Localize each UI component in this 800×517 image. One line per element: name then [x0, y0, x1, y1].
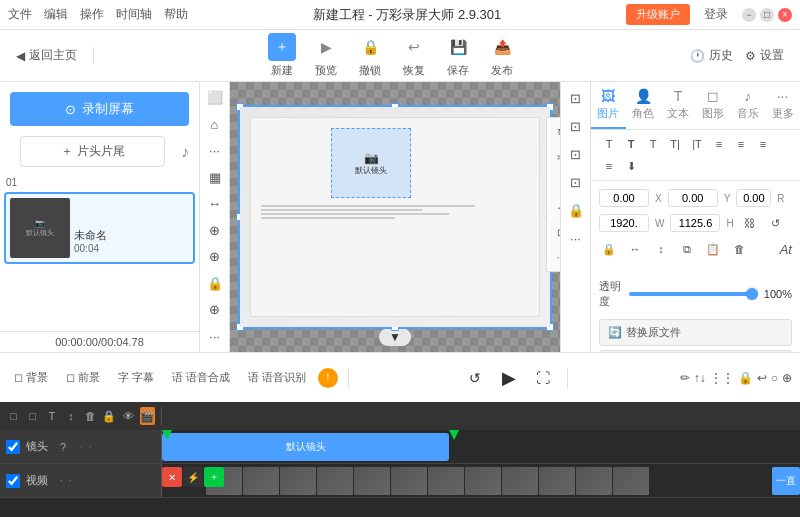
- more-text-btn[interactable]: ⬇: [621, 156, 641, 176]
- right-tool-1[interactable]: ⊡: [564, 86, 588, 110]
- h-input[interactable]: [670, 214, 720, 232]
- list-num-btn[interactable]: ≡: [731, 134, 751, 154]
- tool-arrows[interactable]: ↔: [203, 192, 227, 216]
- track-lens-check[interactable]: [6, 440, 20, 454]
- justify-btn[interactable]: ≡: [753, 134, 773, 154]
- outdent-btn[interactable]: |T: [687, 134, 707, 154]
- minimize-button[interactable]: －: [742, 8, 756, 22]
- list-btn[interactable]: ≡: [709, 134, 729, 154]
- tag-tts[interactable]: 语 语音合成: [166, 368, 236, 387]
- tool-more2[interactable]: ···: [203, 325, 227, 349]
- tag-background[interactable]: ◻ 背景: [8, 368, 54, 387]
- login-button[interactable]: 登录: [698, 4, 734, 25]
- track-video-check[interactable]: [6, 474, 20, 488]
- restore-action[interactable]: ↩ 恢复: [400, 33, 428, 78]
- history-button[interactable]: 🕐 历史: [690, 47, 733, 64]
- clip-item[interactable]: 📷 默认镜头 未命名 00:04: [4, 192, 195, 264]
- publish-action[interactable]: 📤 发布: [488, 33, 516, 78]
- float-tool-2[interactable]: ✂: [550, 146, 560, 168]
- float-tool-4[interactable]: ↔: [550, 196, 560, 218]
- right-tool-3[interactable]: ⊡: [564, 142, 588, 166]
- close-button[interactable]: ×: [778, 8, 792, 22]
- align-left-btn[interactable]: T: [599, 134, 619, 154]
- tool-lock2[interactable]: 🔒: [203, 272, 227, 296]
- play-button[interactable]: ▶: [495, 364, 523, 392]
- copy-btn[interactable]: 📋: [703, 239, 723, 259]
- tool-select[interactable]: ⬜: [203, 86, 227, 110]
- tl-tool-text[interactable]: T: [44, 407, 59, 425]
- track-lens-clip[interactable]: 默认镜头: [162, 433, 449, 461]
- delete-btn[interactable]: 🗑: [729, 239, 749, 259]
- menu-timeline[interactable]: 时间轴: [116, 6, 152, 23]
- track-lens-help[interactable]: ?: [54, 438, 72, 456]
- lock-btn[interactable]: 🔒: [599, 239, 619, 259]
- canvas-content[interactable]: 📷 默认镜头: [240, 107, 550, 327]
- align-center-btn[interactable]: T: [621, 134, 641, 154]
- float-tool-5[interactable]: ⊡: [550, 221, 560, 243]
- flip-h-btn[interactable]: ↔: [625, 239, 645, 259]
- tag-stt[interactable]: 语 语音识别: [242, 368, 312, 387]
- bottom-tool-3[interactable]: ⋮⋮: [710, 371, 734, 385]
- tool-add[interactable]: ⊕: [203, 298, 227, 322]
- tab-music[interactable]: ♪ 音乐: [730, 82, 765, 129]
- record-button[interactable]: ⊙ 录制屏幕: [10, 92, 189, 126]
- new-action[interactable]: ＋ 新建: [268, 33, 296, 78]
- tl-tool-cam[interactable]: 🎬: [140, 407, 155, 425]
- bottom-tool-6[interactable]: ○: [771, 371, 778, 385]
- float-tool-1[interactable]: ↻: [550, 121, 560, 143]
- link-wh-btn[interactable]: ⛓: [740, 213, 760, 233]
- right-tool-4[interactable]: ⊡: [564, 170, 588, 194]
- maximize-button[interactable]: □: [760, 8, 774, 22]
- preview-action[interactable]: ▶ 预览: [312, 33, 340, 78]
- warning-badge[interactable]: !: [318, 368, 338, 388]
- menu-file[interactable]: 文件: [8, 6, 32, 23]
- right-tool-2[interactable]: ⊡: [564, 114, 588, 138]
- replace-file-button[interactable]: 🔄 替换原文件: [599, 319, 792, 346]
- rewind-button[interactable]: ↺: [461, 364, 489, 392]
- flip-v-btn[interactable]: ↕: [651, 239, 671, 259]
- tl-tool-minus[interactable]: □: [25, 407, 40, 425]
- tl-tool-up[interactable]: ↕: [63, 407, 78, 425]
- bottom-tool-1[interactable]: ✏: [680, 371, 690, 385]
- x-input[interactable]: [599, 189, 649, 207]
- tag-subtitle[interactable]: 字 字幕: [112, 368, 160, 387]
- fullscreen-button[interactable]: ⛶: [529, 364, 557, 392]
- tool-home[interactable]: ⌂: [203, 113, 227, 137]
- bottom-tool-add[interactable]: ⊕: [782, 371, 792, 385]
- save-action[interactable]: 💾 保存: [444, 33, 472, 78]
- tool-zoom-in[interactable]: ⊕: [203, 219, 227, 243]
- tab-text[interactable]: T 文本: [661, 82, 696, 129]
- y-input[interactable]: [668, 189, 718, 207]
- music-icon[interactable]: ♪: [181, 143, 189, 161]
- tab-character[interactable]: 👤 角色: [626, 82, 661, 129]
- group-btn[interactable]: ⧉: [677, 239, 697, 259]
- video-delete-btn[interactable]: ✕: [162, 467, 182, 487]
- menu-ops[interactable]: 操作: [80, 6, 104, 23]
- tab-more[interactable]: ··· 更多: [765, 82, 800, 129]
- menu-edit[interactable]: 编辑: [44, 6, 68, 23]
- canvas-element[interactable]: 📷 默认镜头: [331, 128, 411, 198]
- reset-btn[interactable]: ↺: [766, 213, 786, 233]
- indent-btn[interactable]: T|: [665, 134, 685, 154]
- w-input[interactable]: [599, 214, 649, 232]
- bottom-tool-2[interactable]: ↑↓: [694, 371, 706, 385]
- tl-tool-add[interactable]: □: [6, 407, 21, 425]
- r-input[interactable]: [736, 189, 771, 207]
- para-btn[interactable]: ≡: [599, 156, 619, 176]
- upgrade-button[interactable]: 升级账户: [626, 4, 690, 25]
- tab-shape[interactable]: ◻ 图形: [695, 82, 730, 129]
- settings-button[interactable]: ⚙ 设置: [745, 47, 784, 64]
- right-tool-6[interactable]: ···: [564, 226, 588, 250]
- tab-image[interactable]: 🖼 图片: [591, 82, 626, 129]
- right-tool-5[interactable]: 🔒: [564, 198, 588, 222]
- tl-tool-del[interactable]: 🗑: [83, 407, 98, 425]
- tool-grid[interactable]: ▦: [203, 166, 227, 190]
- tl-tool-eye[interactable]: 👁: [121, 407, 136, 425]
- bottom-tool-4[interactable]: 🔒: [738, 371, 753, 385]
- video-add-btn[interactable]: ⚡: [183, 467, 203, 487]
- bottom-tool-5[interactable]: ↩: [757, 371, 767, 385]
- float-tool-3[interactable]: ↕: [550, 171, 560, 193]
- back-button[interactable]: ◀ 返回主页: [16, 47, 94, 64]
- clip-button[interactable]: ＋ 片头片尾: [20, 136, 165, 167]
- opacity-slider[interactable]: [629, 292, 758, 296]
